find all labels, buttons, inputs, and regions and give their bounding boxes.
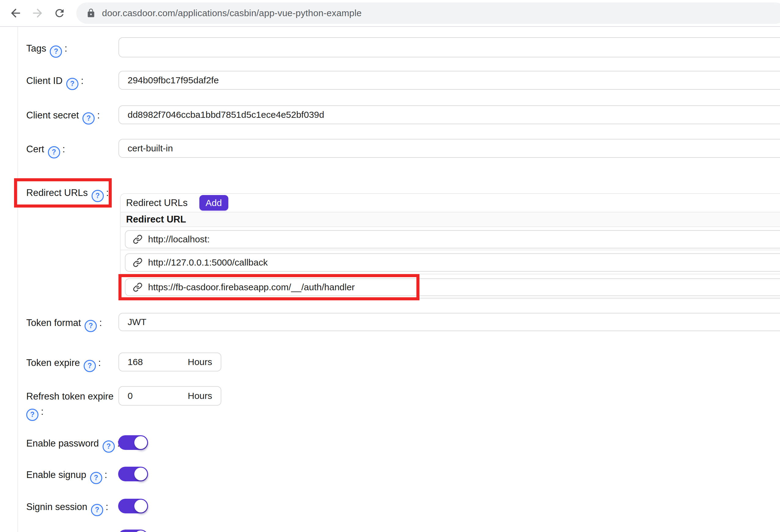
redirect-urls-label: Redirect URLs?: [26,185,121,202]
token-format-label: Token format?: [26,315,121,332]
enable-signup-label: Enable signup?: [26,467,121,484]
reload-icon[interactable] [52,6,66,20]
help-icon[interactable]: ? [50,45,62,58]
redirect-url-input-3[interactable]: https://fb-casdoor.firebaseapp.com/__/au… [125,278,780,296]
help-icon[interactable]: ? [90,472,102,484]
help-icon[interactable]: ? [85,320,97,332]
forward-icon[interactable] [31,6,45,20]
redirect-url-input-1[interactable]: http://localhost: [125,230,780,248]
next-setting-toggle-partial[interactable] [118,530,148,532]
redirect-urls-panel-title: Redirect URLs [126,197,188,208]
client-id-label: Client ID?: [26,73,121,90]
back-icon[interactable] [8,6,22,20]
token-expire-label: Token expire?: [26,355,121,372]
help-icon[interactable]: ? [84,360,96,372]
token-expire-input[interactable]: 168 Hours [118,352,221,372]
cert-input[interactable]: cert-built-in [118,139,780,158]
client-id-input[interactable]: 294b09fbc17f95daf2fe [118,71,780,90]
signin-session-label: Signin session?: [26,499,121,516]
lock-icon[interactable] [86,8,96,18]
help-icon[interactable]: ? [91,504,103,516]
enable-signup-toggle[interactable] [118,467,148,481]
content-left-border [17,27,18,532]
help-icon[interactable]: ? [26,409,39,421]
address-bar[interactable]: door.casdoor.com/applications/casbin/app… [76,2,780,24]
client-secret-label: Client secret?: [26,108,121,125]
help-icon[interactable]: ? [66,78,79,90]
url-text: door.casdoor.com/applications/casbin/app… [102,8,362,18]
redirect-url-row: http://localhost: [120,227,780,250]
redirect-url-input-2[interactable]: http://127.0.0.1:5000/callback [125,253,780,272]
token-format-select[interactable]: JWT [118,313,780,331]
tags-label: Tags?: [26,41,121,58]
help-icon[interactable]: ? [83,112,95,125]
tags-input[interactable] [118,37,780,57]
refresh-token-expire-input[interactable]: 0 Hours [118,386,221,406]
redirect-url-row: https://fb-casdoor.firebaseapp.com/__/au… [120,275,780,298]
add-redirect-url-button[interactable]: Add [199,195,228,210]
browser-toolbar: door.casdoor.com/applications/casbin/app… [0,0,780,27]
token-expire-unit: Hours [188,357,212,367]
redirect-url-column-header: Redirect URL [120,212,780,227]
redirect-urls-panel: Redirect URLs Add Redirect URL http://lo… [120,193,780,299]
help-icon[interactable]: ? [103,440,115,453]
client-secret-input[interactable]: dd8982f7046ccba1bbd7851d5c1ece4e52bf039d [118,105,780,124]
redirect-url-row: http://127.0.0.1:5000/callback [120,250,780,275]
enable-password-label: Enable password?: [26,436,121,453]
help-icon[interactable]: ? [92,190,104,202]
link-icon [133,257,143,268]
signin-session-toggle[interactable] [118,499,148,514]
enable-password-toggle[interactable] [118,435,148,450]
help-icon[interactable]: ? [48,146,60,158]
redirect-urls-panel-header: Redirect URLs Add [120,194,780,212]
link-icon [133,234,143,244]
cert-label: Cert?: [26,142,121,158]
refresh-token-expire-unit: Hours [188,391,212,401]
link-icon [133,282,143,292]
refresh-token-expire-label: Refresh token expire?: [26,389,121,421]
